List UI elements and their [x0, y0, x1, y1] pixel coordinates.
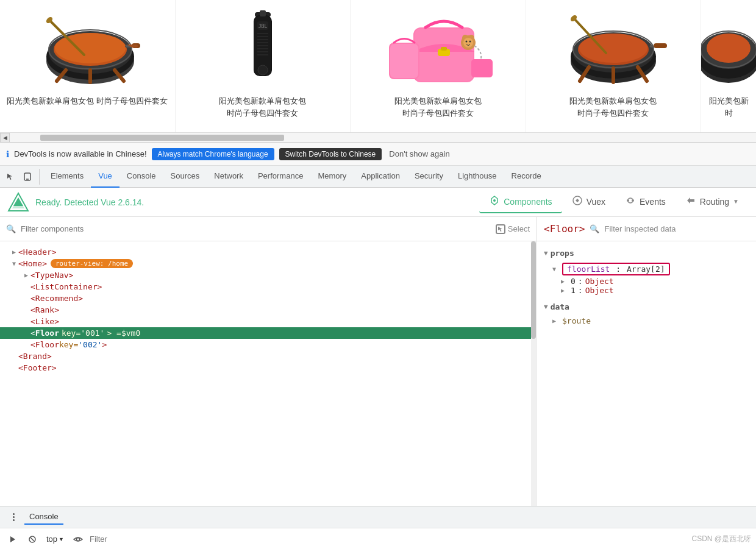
floorlist-type: Array[2]	[627, 264, 665, 274]
tree-arrow-recommend	[22, 295, 30, 302]
select-button[interactable]: Select	[496, 224, 530, 234]
tree-item-like[interactable]: <Like>	[0, 316, 536, 327]
item1-arrow: ▶	[561, 287, 569, 294]
svg-point-24	[258, 65, 268, 75]
route-row[interactable]: ▶ $route	[544, 316, 749, 325]
tree-item-footer[interactable]: <Footer>	[0, 362, 536, 374]
scroll-left-arrow[interactable]: ◀	[0, 133, 10, 143]
tree-tag-floor002: <Floor	[30, 340, 59, 349]
tab-recorder[interactable]: Recorde	[504, 166, 549, 188]
tree-item-typenav[interactable]: ▶ <TypeNav>	[0, 269, 536, 281]
tree-arrow-rank	[22, 307, 30, 313]
info-icon: ℹ	[6, 149, 9, 159]
tab-lighthouse[interactable]: Lighthouse	[451, 166, 504, 188]
product-item-4[interactable]: 阳光美包新款单肩包女包时尚子母包四件套女	[526, 0, 702, 132]
tree-item-rank[interactable]: <Rank>	[0, 304, 536, 316]
tab-application[interactable]: Application	[354, 166, 407, 188]
tree-item-floor001[interactable]: <Floor key='001' > = $vm0	[0, 327, 536, 339]
props-arrow: ▼	[544, 249, 548, 257]
vue-nav-vuex[interactable]: Vuex	[562, 191, 615, 213]
svg-line-65	[30, 537, 34, 541]
filter-input[interactable]	[21, 224, 491, 233]
floor002-key-name: key=	[59, 340, 78, 349]
routing-icon	[685, 195, 696, 208]
svg-text:JBL: JBL	[259, 24, 268, 29]
svg-marker-63	[10, 536, 15, 542]
devtools-banner: ℹ DevTools is now available in Chinese! …	[0, 143, 756, 166]
horizontal-scrollbar[interactable]: ◀	[0, 133, 756, 143]
floorlist-item0[interactable]: ▶ 0 : Object	[544, 277, 749, 286]
product-item-2[interactable]: JBL 阳光美包新款单肩包女包时尚子母包四件套女	[176, 0, 351, 132]
main-pane: 🔍 Select ▶ <Header> ▼ <Home> router-view…	[0, 217, 756, 506]
scroll-thumb[interactable]	[40, 135, 284, 141]
right-search-icon[interactable]: 🔍	[590, 224, 599, 233]
vue-nav-items: Components Vuex Events Routing ▼	[479, 191, 749, 213]
tab-security[interactable]: Security	[407, 166, 451, 188]
device-icon[interactable]	[20, 169, 35, 185]
three-dots-menu[interactable]	[7, 511, 20, 523]
tree-arrow-header: ▶	[10, 249, 18, 255]
item1-val: Object	[585, 286, 614, 295]
console-tab[interactable]: Console	[24, 509, 63, 525]
left-scroll-thumb[interactable]	[531, 241, 536, 339]
events-icon	[625, 195, 636, 208]
tree-tag-recommend: <Recommend>	[30, 294, 83, 303]
vue-logo-icon	[7, 191, 29, 213]
tree-item-brand[interactable]: <Brand>	[0, 350, 536, 362]
filter-bar: 🔍 Select	[0, 217, 536, 241]
tree-item-floor002[interactable]: <Floor key='002' >	[0, 339, 536, 350]
floorlist-colon: :	[616, 264, 621, 274]
events-label: Events	[640, 197, 666, 207]
svg-point-44	[579, 34, 647, 63]
select-label: Select	[508, 224, 530, 233]
switch-chinese-btn[interactable]: Switch DevTools to Chinese	[279, 148, 382, 160]
vue-nav-events[interactable]: Events	[615, 191, 676, 213]
product-item-3[interactable]: 阳光美包新款单肩包女包时尚子母包四件套女	[351, 0, 526, 132]
routing-label: Routing	[700, 197, 729, 207]
svg-rect-25	[260, 10, 266, 16]
vue-nav-components[interactable]: Components	[479, 191, 562, 213]
svg-rect-29	[441, 47, 447, 51]
tree-arrow-listcontainer	[22, 283, 30, 290]
product-item-1[interactable]: 阳光美包新款单肩包女包 时尚子母包四件套女	[0, 0, 176, 132]
vue-nav-routing[interactable]: Routing ▼	[676, 191, 749, 213]
always-match-btn[interactable]: Always match Chrome's language	[152, 148, 274, 160]
devtools-tab-bar: Elements Vue Console Sources Network Per…	[0, 166, 756, 188]
item1-key: 1	[571, 286, 576, 295]
tab-vue[interactable]: Vue	[91, 166, 119, 188]
tree-item-header[interactable]: ▶ <Header>	[0, 246, 536, 258]
tab-network[interactable]: Network	[207, 166, 251, 188]
cursor-icon[interactable]	[2, 169, 18, 185]
tab-sources[interactable]: Sources	[163, 166, 207, 188]
tab-console[interactable]: Console	[119, 166, 163, 188]
top-selector[interactable]: top ▼	[44, 533, 66, 545]
console-stop-btn[interactable]	[24, 531, 40, 547]
tree-item-listcontainer[interactable]: <ListContainer>	[0, 281, 536, 293]
tree-badge-home: router-view: /home	[51, 259, 133, 268]
console-filter-input[interactable]	[90, 534, 688, 544]
left-scroll-track[interactable]	[531, 241, 536, 506]
product-item-5[interactable]: 阳光美包新时	[701, 0, 756, 132]
dont-show-btn[interactable]: Don't show again	[389, 149, 449, 158]
svg-point-66	[77, 537, 80, 541]
tree-item-recommend[interactable]: <Recommend>	[0, 293, 536, 304]
tree-item-home[interactable]: ▼ <Home> router-view: /home	[0, 258, 536, 269]
right-header: <Floor> 🔍 Filter inspected data	[537, 217, 756, 241]
eye-btn[interactable]	[70, 531, 86, 547]
tab-elements[interactable]: Elements	[43, 166, 91, 188]
tab-memory[interactable]: Memory	[310, 166, 354, 188]
tab-performance[interactable]: Performance	[251, 166, 310, 188]
tree-tag-brand: <Brand>	[18, 352, 52, 361]
svg-point-59	[493, 199, 496, 202]
item0-colon: :	[578, 277, 583, 286]
product-image-1	[3, 6, 172, 91]
item0-arrow: ▶	[561, 278, 569, 285]
dot2	[13, 516, 15, 518]
floorlist-highlighted: floorList : Array[2]	[562, 263, 670, 275]
tree-tag-rank: <Rank>	[30, 305, 59, 314]
console-run-btn[interactable]	[5, 531, 21, 547]
floorlist-row[interactable]: ▼ floorList : Array[2]	[544, 263, 749, 275]
floorlist-item1[interactable]: ▶ 1 : Object	[544, 286, 749, 295]
tree-tag-floor001: <Floor	[30, 328, 59, 338]
tree-tag-home: <Home>	[18, 259, 47, 268]
